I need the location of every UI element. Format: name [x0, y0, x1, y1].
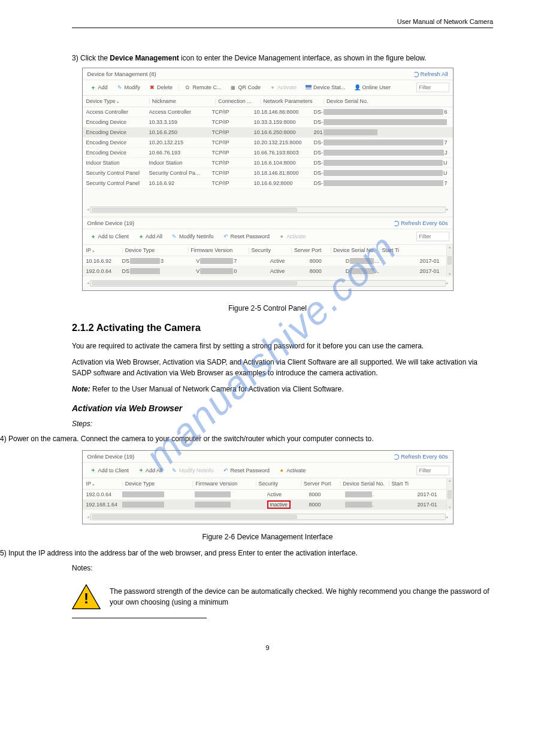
col-start-time[interactable]: Start Ti [382, 247, 405, 253]
col-ip[interactable]: IP [86, 247, 122, 253]
vscroll-thumb[interactable] [448, 256, 452, 265]
panel2-title-text: Online Device (19) [87, 220, 135, 226]
delete-button[interactable]: ✖Delete [145, 83, 177, 92]
table-row[interactable]: 192.168.1.64Inactive8000.2017-01 [83, 500, 446, 510]
reset-password-button[interactable]: ↶Reset Password [219, 232, 274, 241]
panel3-header: Online Device (19) Refresh Every 60s [83, 451, 453, 463]
col-device-type[interactable]: Device Type [86, 98, 149, 104]
panel2-table-header: IP |Device Type |Firmware Version |Secur… [83, 245, 446, 256]
col-device-type[interactable]: Device Type [125, 247, 188, 253]
arrow-right-icon[interactable]: ▸ [446, 281, 449, 286]
cell-device-type: Encoding Device [86, 139, 149, 145]
table-row[interactable]: Encoding Device10.20.132.215TCP/IP10.20.… [83, 138, 453, 148]
col-security[interactable]: Security [252, 247, 291, 253]
col-serial-no[interactable]: Device Serial No. [327, 98, 449, 104]
col-server-port[interactable]: Server Port [294, 247, 330, 253]
cell-start: 2017-01 [420, 258, 443, 264]
modify-netinfo-button-2[interactable]: ✎Modify Netinfo [167, 466, 218, 475]
panel3-table-header: IP |Device Type |Firmware Version |Secur… [83, 478, 446, 490]
table-row[interactable]: Encoding Device10.33.3.159TCP/IP10.33.3.… [83, 117, 453, 127]
add-all-button-2[interactable]: ＋Add All [134, 464, 167, 476]
arrow-left-icon[interactable]: ◂ [86, 281, 90, 286]
col-serial[interactable]: Device Serial No. [343, 481, 388, 487]
filter-input-3[interactable] [416, 466, 449, 475]
add-to-client-button-2[interactable]: ＋Add to Client [86, 464, 134, 476]
arrow-right-icon[interactable]: ▸ [446, 515, 449, 520]
hscroll-thumb[interactable] [92, 281, 297, 286]
activate-icon: ● [279, 233, 285, 239]
cell-network: 10.18.146.86:8000 [254, 109, 314, 115]
cell-network: 10.33.3.159:8000 [254, 119, 314, 125]
table-row[interactable]: 192.0.0.64Active8000.2017-01 [83, 490, 446, 500]
col-connection[interactable]: Connection ... [218, 98, 260, 104]
table-row[interactable]: Security Control Panel10.16.6.92TCP/IP10… [83, 178, 453, 189]
table-row[interactable]: Encoding Device10.66.76.193TCP/IP10.66.7… [83, 148, 453, 158]
col-device-type[interactable]: Device Type [125, 481, 192, 487]
cell-serial: DS-U [314, 160, 449, 166]
cell-network: 10.16.6.92:8000 [254, 180, 314, 186]
filter-input[interactable] [416, 83, 449, 92]
activate-button-2[interactable]: ●Activate [274, 232, 310, 241]
filter-input-2[interactable] [416, 232, 449, 241]
vscroll-thumb[interactable] [448, 490, 452, 499]
arrow-down-icon[interactable]: ▾ [448, 272, 452, 277]
col-nickname[interactable]: Nickname [152, 98, 215, 104]
add-all-button[interactable]: ＋Add All [134, 231, 167, 242]
refresh-all-link[interactable]: Refresh All [413, 71, 448, 77]
pencil-icon: ✎ [171, 467, 177, 473]
step3-text-b: Device Management [110, 54, 181, 62]
activate-button[interactable]: ●Activate [265, 83, 301, 92]
panel1-hscroll[interactable]: ◂ ▸ [83, 189, 453, 217]
reset-password-button-2[interactable]: ↶Reset Password [219, 466, 274, 475]
panel2-vscroll[interactable]: ▴ ▾ [446, 245, 453, 277]
table-row[interactable]: 192.0.0.64DSV0Active8000D...2017-01 [83, 266, 446, 277]
arrow-left-icon[interactable]: ◂ [86, 515, 90, 520]
panel3-hscroll[interactable]: ◂ ▸ [83, 510, 453, 524]
plus-icon: ＋ [90, 466, 96, 474]
table-row[interactable]: Security Control PanelSecurity Control P… [83, 168, 453, 178]
table-row[interactable]: Encoding Device10.16.6.250TCP/IP10.16.6.… [83, 127, 453, 138]
qr-code-button[interactable]: ▦QR Code [226, 83, 265, 92]
x-icon: ✖ [149, 84, 155, 90]
col-ip[interactable]: IP [86, 481, 122, 487]
refresh-every-link[interactable]: Refresh Every 60s [394, 220, 448, 226]
remote-config-button[interactable]: ✿Remote C... [180, 83, 225, 92]
arrow-right-icon[interactable]: ▸ [446, 207, 449, 212]
panel3-vscroll[interactable]: ▴ ▾ [446, 478, 453, 510]
activate-button-3[interactable]: ●Activate [274, 466, 310, 475]
cell-port: 8000 [309, 491, 345, 497]
modify-netinfo-button[interactable]: ✎Modify Netinfo [167, 232, 218, 241]
add-button[interactable]: ＋Add [86, 82, 112, 93]
arrow-up-icon[interactable]: ▴ [448, 245, 452, 250]
panel2-hscroll[interactable]: ◂ ▸ [83, 277, 453, 290]
col-start-time[interactable]: Start Ti [392, 481, 417, 487]
col-network-params[interactable]: Network Parameters [264, 98, 324, 104]
footnote-rule [72, 618, 207, 618]
device-management-panel: Device for Management (8) Refresh All ＋A… [82, 68, 454, 291]
table-row[interactable]: Access ControllerAccess ControllerTCP/IP… [83, 107, 453, 117]
arrow-up-icon[interactable]: ▴ [448, 478, 452, 483]
step-5: 5) Input the IP address into the address… [0, 543, 535, 559]
cell-firmware: V7 [196, 258, 270, 264]
hscroll-thumb[interactable] [92, 208, 297, 212]
cell-security: Inactive [267, 500, 309, 509]
cell-nickname: Security Control Pa... [149, 170, 212, 176]
col-firmware[interactable]: Firmware Version [191, 247, 248, 253]
table-row[interactable]: Indoor StationIndoor StationTCP/IP10.16.… [83, 158, 453, 168]
hscroll-thumb[interactable] [92, 515, 297, 519]
cell-serial: DS-J [314, 150, 449, 156]
add-to-client-button[interactable]: ＋Add to Client [86, 231, 134, 242]
refresh-every-link-2[interactable]: Refresh Every 60s [394, 453, 448, 460]
cell-security: Active [267, 491, 309, 497]
device-status-button[interactable]: Device Stat... [301, 83, 350, 92]
notes-label: Notes: [0, 559, 535, 574]
arrow-down-icon[interactable]: ▾ [448, 505, 452, 510]
online-user-button[interactable]: 👤Online User [350, 83, 395, 92]
col-firmware[interactable]: Firmware Version [195, 481, 255, 487]
col-security[interactable]: Security [259, 481, 301, 487]
modify-button[interactable]: ✎Modify [113, 83, 145, 92]
table-row[interactable]: 10.16.6.92DS3V7Active8000D...2017-01 [83, 256, 446, 266]
arrow-left-icon[interactable]: ◂ [86, 207, 90, 212]
col-server-port[interactable]: Server Port [304, 481, 340, 487]
col-serial[interactable]: Device Serial No. [333, 247, 379, 253]
